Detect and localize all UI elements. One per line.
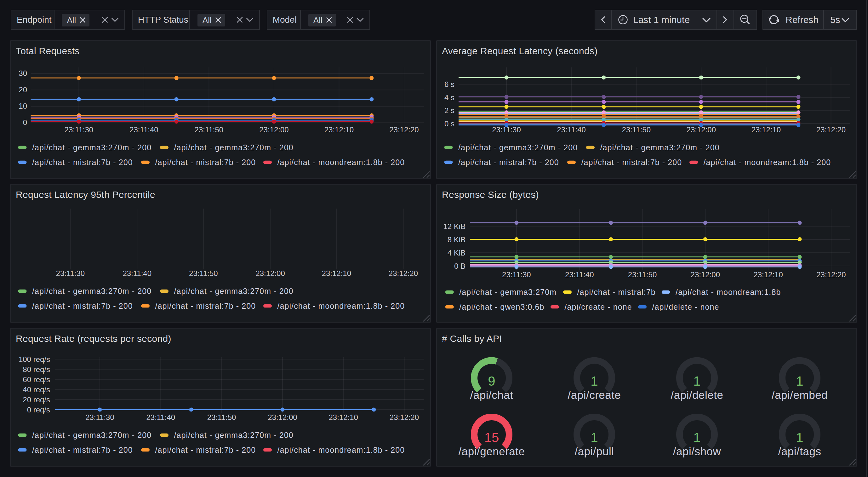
svg-text:1: 1 <box>591 430 598 445</box>
svg-text:/api/chat - mistral:7b - 200: /api/chat - mistral:7b - 200 <box>155 301 256 310</box>
svg-text:23:12:20: 23:12:20 <box>816 270 846 279</box>
svg-text:15: 15 <box>485 430 499 445</box>
svg-text:23:12:00: 23:12:00 <box>691 270 720 279</box>
svg-text:/api/pull: /api/pull <box>575 445 614 457</box>
svg-text:1: 1 <box>693 430 701 445</box>
svg-text:/api/tags: /api/tags <box>778 445 822 457</box>
svg-text:/api/create - none: /api/create - none <box>565 302 632 311</box>
svg-text:20: 20 <box>19 85 27 94</box>
svg-text:23:11:40: 23:11:40 <box>146 413 175 422</box>
svg-text:1: 1 <box>796 374 803 388</box>
svg-text:60 req/s: 60 req/s <box>23 375 50 384</box>
svg-text:/api/chat - moondream:1.8b - 2: /api/chat - moondream:1.8b - 200 <box>277 158 405 167</box>
svg-text:23:12:20: 23:12:20 <box>389 125 418 134</box>
svg-text:10: 10 <box>19 102 27 110</box>
svg-text:2 s: 2 s <box>444 106 455 115</box>
svg-text:/api/embed: /api/embed <box>772 389 828 401</box>
svg-text:23:11:30: 23:11:30 <box>85 413 114 422</box>
svg-text:23:11:50: 23:11:50 <box>207 413 236 422</box>
svg-text:23:12:10: 23:12:10 <box>324 125 354 134</box>
svg-text:/api/chat - mistral:7b - 200: /api/chat - mistral:7b - 200 <box>32 301 133 310</box>
svg-text:6 s: 6 s <box>444 80 455 89</box>
svg-text:/api/chat - moondream:1.8b - 2: /api/chat - moondream:1.8b - 200 <box>277 446 405 454</box>
svg-text:1: 1 <box>693 374 701 388</box>
svg-text:0: 0 <box>23 118 27 127</box>
svg-text:/api/chat - gemma3:270m - 200: /api/chat - gemma3:270m - 200 <box>32 431 152 440</box>
svg-text:/api/generate: /api/generate <box>459 445 525 457</box>
svg-text:8 KiB: 8 KiB <box>447 235 465 244</box>
svg-text:23:11:40: 23:11:40 <box>123 269 152 277</box>
svg-text:0 B: 0 B <box>454 262 465 270</box>
svg-text:/api/chat - mistral:7b - 200: /api/chat - mistral:7b - 200 <box>581 158 682 167</box>
svg-text:0 s: 0 s <box>444 119 455 128</box>
svg-text:9: 9 <box>488 374 495 388</box>
svg-text:/api/chat - gemma3:270m - 200: /api/chat - gemma3:270m - 200 <box>174 287 293 296</box>
svg-text:/api/chat - gemma3:270m - 200: /api/chat - gemma3:270m - 200 <box>32 287 152 296</box>
svg-text:/api/chat - qwen3:0.6b: /api/chat - qwen3:0.6b <box>459 302 544 311</box>
svg-text:/api/chat - gemma3:270m - 200: /api/chat - gemma3:270m - 200 <box>32 143 152 152</box>
svg-text:0 req/s: 0 req/s <box>27 406 50 414</box>
svg-text:40 req/s: 40 req/s <box>23 385 50 394</box>
svg-text:/api/delete - none: /api/delete - none <box>652 302 719 311</box>
svg-text:/api/chat - gemma3:270m - 200: /api/chat - gemma3:270m - 200 <box>458 143 578 152</box>
svg-text:4 KiB: 4 KiB <box>447 248 465 257</box>
svg-text:23:12:10: 23:12:10 <box>322 269 351 277</box>
svg-text:23:12:00: 23:12:00 <box>255 269 285 277</box>
svg-text:23:11:50: 23:11:50 <box>622 125 651 134</box>
svg-text:/api/chat: /api/chat <box>470 389 514 401</box>
svg-text:23:12:20: 23:12:20 <box>816 125 846 134</box>
svg-text:20 req/s: 20 req/s <box>23 395 50 404</box>
svg-text:23:12:10: 23:12:10 <box>753 270 783 279</box>
svg-text:/api/chat - moondream:1.8b: /api/chat - moondream:1.8b <box>676 288 781 296</box>
svg-text:/api/chat - mistral:7b: /api/chat - mistral:7b <box>577 288 656 296</box>
svg-text:23:12:10: 23:12:10 <box>751 125 781 134</box>
svg-text:/api/chat - mistral:7b - 200: /api/chat - mistral:7b - 200 <box>155 158 256 167</box>
svg-text:/api/show: /api/show <box>673 445 721 457</box>
svg-text:23:11:40: 23:11:40 <box>129 125 158 134</box>
svg-text:23:11:30: 23:11:30 <box>56 269 85 277</box>
svg-text:/api/chat - moondream:1.8b - 2: /api/chat - moondream:1.8b - 200 <box>277 301 405 310</box>
svg-text:1: 1 <box>591 374 598 388</box>
svg-text:23:11:50: 23:11:50 <box>195 125 224 134</box>
svg-text:/api/chat - mistral:7b - 200: /api/chat - mistral:7b - 200 <box>32 446 133 454</box>
svg-text:/api/chat - moondream:1.8b - 2: /api/chat - moondream:1.8b - 200 <box>704 158 831 167</box>
svg-text:23:11:50: 23:11:50 <box>189 269 218 277</box>
svg-text:80 req/s: 80 req/s <box>23 365 50 374</box>
svg-text:/api/chat - gemma3:270m - 200: /api/chat - gemma3:270m - 200 <box>174 431 293 440</box>
svg-text:/api/create: /api/create <box>568 389 621 401</box>
svg-text:/api/delete: /api/delete <box>671 389 723 401</box>
svg-text:/api/chat - gemma3:270m - 200: /api/chat - gemma3:270m - 200 <box>600 143 720 152</box>
svg-text:23:12:20: 23:12:20 <box>390 413 419 422</box>
svg-text:/api/chat - gemma3:270m: /api/chat - gemma3:270m <box>459 288 557 296</box>
svg-text:100 req/s: 100 req/s <box>19 355 50 364</box>
svg-text:12 KiB: 12 KiB <box>443 222 465 231</box>
svg-text:23:12:00: 23:12:00 <box>268 413 297 422</box>
svg-text:23:11:30: 23:11:30 <box>502 270 531 279</box>
svg-text:1: 1 <box>796 430 803 445</box>
svg-text:23:11:40: 23:11:40 <box>557 125 586 134</box>
svg-text:/api/chat - mistral:7b - 200: /api/chat - mistral:7b - 200 <box>458 158 559 167</box>
svg-text:4 s: 4 s <box>444 93 455 102</box>
svg-text:23:11:30: 23:11:30 <box>65 125 94 134</box>
svg-text:/api/chat - mistral:7b - 200: /api/chat - mistral:7b - 200 <box>155 446 256 454</box>
svg-text:30: 30 <box>19 69 27 78</box>
svg-text:/api/chat - mistral:7b - 200: /api/chat - mistral:7b - 200 <box>32 158 133 167</box>
svg-text:23:12:00: 23:12:00 <box>259 125 288 134</box>
svg-text:23:11:50: 23:11:50 <box>628 270 657 279</box>
svg-text:23:11:40: 23:11:40 <box>565 270 594 279</box>
svg-text:/api/chat - gemma3:270m - 200: /api/chat - gemma3:270m - 200 <box>174 143 293 152</box>
svg-text:23:12:20: 23:12:20 <box>389 269 418 277</box>
svg-text:23:12:10: 23:12:10 <box>329 413 358 422</box>
